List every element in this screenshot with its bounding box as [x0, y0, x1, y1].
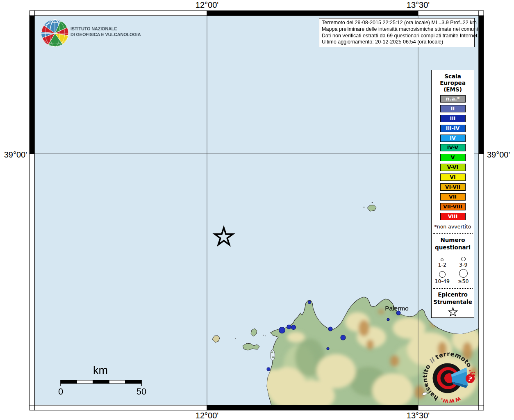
observation-dot: [291, 325, 296, 330]
questionnaire-class-39: 3-9: [453, 252, 474, 268]
stagnone-lagoon: [271, 350, 275, 361]
legend-title: Scala Europea (EMS): [432, 73, 474, 93]
intensity-item-vii-viii: VII-VIII: [440, 203, 466, 210]
info-line: Terremoto del 29-08-2015 22:25:12 (ora l…: [322, 20, 472, 26]
intensity-item-iii-iv: III-IV: [440, 125, 466, 132]
epicenter-title: Epicentro Strumentale: [432, 291, 474, 306]
legend-box: Scala Europea (EMS) n.a.*IIIIIIII-IVIVIV…: [431, 70, 474, 318]
scale-bar-unit: km: [76, 364, 125, 377]
size-class-label: ≥50: [458, 278, 469, 284]
ingv-logo-text: ISTITUTO NAZIONALE DI GEOFISICA E VULCAN…: [71, 26, 141, 37]
observation-dot: [308, 301, 311, 304]
axis-label-right: 39°00': [487, 150, 514, 159]
observation-dot: [287, 325, 291, 329]
intensity-item-iv: IV: [440, 135, 466, 142]
questionnaire-class-1049: 10-49: [432, 268, 453, 284]
size-class-label: 1-2: [438, 262, 446, 268]
axis-label-bottom: 13°30': [393, 411, 443, 420]
scale-bar-end: 50: [129, 386, 154, 397]
earthquake-info-box: Terremoto del 29-08-2015 22:25:12 (ora l…: [319, 18, 475, 47]
legend-divider: [433, 233, 473, 234]
observation-dot: [328, 327, 332, 331]
intensity-item-vii: VII: [440, 193, 466, 201]
axis-label-left: 39°00': [0, 150, 27, 159]
intensity-scale-items: n.a.*IIIIIIII-IVIVIV-VVV-VIVIVI-VIIVIIVI…: [432, 95, 474, 223]
observation-dot: [279, 327, 285, 333]
questionnaire-class-50: ≥50: [453, 268, 474, 284]
intensity-item-v: V: [440, 154, 466, 161]
ingv-logo-line2: DI GEOFISICA E VULCANOLOGIA: [71, 32, 141, 38]
ingv-logo-line1: ISTITUTO NAZIONALE: [71, 26, 141, 32]
observation-dot: [327, 347, 329, 350]
info-line: Ultimo aggiornamento: 20-12-2025 06:54 (…: [322, 39, 472, 46]
size-class-label: 3-9: [459, 262, 467, 268]
size-circle-icon: [459, 269, 468, 278]
size-circle-icon: [441, 258, 443, 261]
observation-dot: [387, 318, 389, 321]
legend-footnote: *non avvertito: [432, 224, 474, 230]
axis-label-top: 12°00': [182, 0, 232, 9]
size-circle-icon: [461, 257, 466, 261]
observation-dot: [267, 368, 270, 371]
legend-divider: [433, 288, 473, 289]
intensity-item-ii: II: [440, 105, 466, 112]
size-class-label: 10-49: [435, 278, 450, 284]
intensity-item-vi-vii: VI-VII: [440, 183, 466, 191]
axis-label-top: 13°30': [393, 0, 443, 9]
questionnaires-title: Numero questionari: [432, 236, 474, 251]
intensity-item-viii: VIII: [440, 213, 466, 220]
star-icon: [448, 306, 458, 317]
watermark-it: .it: [468, 368, 476, 377]
questionnaire-class-12: 1-2: [432, 252, 453, 268]
island-favignana: [243, 343, 259, 350]
size-circle-icon: [439, 271, 446, 278]
ingv-macroseismic-map-page: { "logo": { "line1": "ISTITUTO NAZIONALE…: [0, 0, 514, 420]
ingv-logo-globe: [41, 20, 68, 47]
questionnaire-size-classes: 1-23-910-49≥50: [432, 252, 474, 284]
intensity-item-iv-v: IV-V: [440, 144, 466, 151]
info-line: Mappa preliminare delle intensità macros…: [322, 26, 472, 33]
intensity-item-iii: III: [440, 115, 466, 122]
info-line: Dati non verificati estratti da 69 quest…: [322, 33, 472, 39]
intensity-item-v-vi: V-VI: [440, 164, 466, 171]
axis-label-bottom: 12°00': [182, 411, 232, 420]
intensity-item-n-a-: n.a.*: [440, 95, 466, 103]
epicenter-legend-star: [432, 306, 474, 319]
scale-bar-start: 0: [48, 386, 73, 397]
observation-dot: [341, 335, 346, 340]
intensity-item-vi: VI: [440, 173, 466, 181]
city-label-palermo: Palermo: [385, 305, 409, 312]
